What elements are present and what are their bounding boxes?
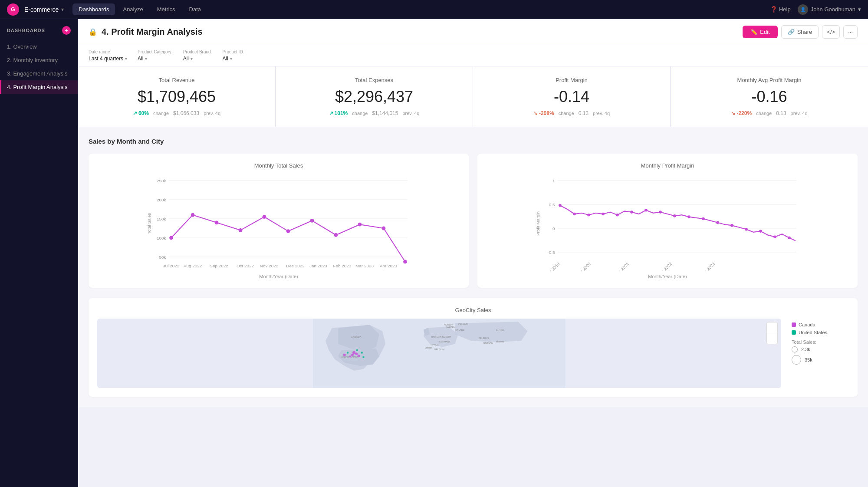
map-zoom-in[interactable]: + [767,322,777,333]
svg-text:Sep 2022: Sep 2022 [210,263,228,268]
kpi-monthly-avg-prev: 0.13 [776,110,786,116]
svg-point-21 [403,260,407,264]
nav-right: ❓ Help 👤 John Goodhuman ▾ [770,4,861,15]
kpi-profit-margin-prev: 0.13 [579,110,589,116]
legend-dot-canada [792,322,796,327]
filter-date-range[interactable]: Date range Last 4 quarters ▾ [89,49,127,62]
more-button[interactable]: ··· [843,25,858,39]
svg-text:Dec 2022: Dec 2022 [286,263,304,268]
sidebar-item-engagement[interactable]: 3. Engagement Analysis [0,67,78,80]
legend-total-sales-label: Total Sales: [792,339,845,345]
kpi-total-expenses-change-label: change [352,111,368,116]
share-button[interactable]: 🔗 Share [781,25,819,39]
app-name-arrow-icon: ▾ [61,7,64,13]
edit-icon: ✏️ [750,29,757,35]
sidebar-title: DASHBOARDS [7,28,45,33]
main-layout: DASHBOARDS + 1. Overview 2. Monthly Inve… [0,19,868,487]
total-circle-1 [792,346,798,352]
svg-point-17 [310,219,314,223]
help-link[interactable]: ❓ Help [770,6,791,13]
svg-text:FINLAND: FINLAND [455,329,464,331]
add-dashboard-button[interactable]: + [62,26,71,35]
svg-text:50k: 50k [159,255,166,260]
svg-point-81 [351,354,354,356]
arrow-up-icon-2: ↗ [329,110,333,116]
filter-category[interactable]: Product Category: All ▾ [138,49,173,62]
user-menu[interactable]: 👤 John Goodhuman ▾ [798,4,861,15]
kpi-profit-margin-change-label: change [559,111,574,116]
map-section: GeoCity Sales [78,298,868,407]
sales-x-axis-label: Month/Year (Date) [97,274,460,279]
monthly-sales-chart-container: 250k 200k 150k 100k 50k Total Sales [97,176,460,279]
kpi-total-revenue-meta: ↗ 60% change $1,066,033 prev. 4q [90,110,263,116]
svg-point-15 [263,215,266,219]
map-card: GeoCity Sales [89,298,858,397]
svg-text:0.5: 0.5 [549,202,555,207]
svg-point-12 [191,213,195,217]
total-sales-item-1: 2.3k [792,346,845,352]
nav-metrics[interactable]: Metrics [151,3,181,15]
svg-point-16 [286,229,290,233]
charts-section: Sales by Month and City Monthly Total Sa… [78,127,868,298]
svg-text:Oct 2022: Oct 2022 [237,263,254,268]
code-button[interactable]: </> [822,25,840,39]
svg-point-80 [355,353,358,355]
svg-point-51 [702,217,705,220]
kpi-profit-margin-meta: ↘ -208% change 0.13 prev. 4q [485,110,658,116]
filter-brand[interactable]: Product Brand: All ▾ [183,49,212,62]
kpi-total-revenue-prev-label: prev. 4q [204,111,220,116]
charts-row: Monthly Total Sales 250k 200k [89,154,858,288]
top-navigation: G E-commerce ▾ Dashboards Analyze Metric… [0,0,868,19]
kpi-total-revenue-change-label: change [153,111,169,116]
kpi-monthly-avg-change: ↘ -220% [731,110,752,116]
svg-point-14 [239,228,243,232]
page-title: 4. Profit Margin Analysis [102,27,203,37]
app-name: E-commerce [24,6,59,13]
kpi-total-expenses-meta: ↗ 101% change $1,144,015 prev. 4q [288,110,460,116]
share-icon: 🔗 [788,29,795,35]
svg-text:CANADA: CANADA [351,336,361,338]
edit-button[interactable]: ✏️ Edit [743,26,777,38]
nav-data[interactable]: Data [183,3,207,15]
page-title-row: 🔒 4. Profit Margin Analysis [89,27,203,37]
lock-icon: 🔒 [89,28,97,36]
kpi-monthly-avg-label: Monthly Avg Profit Margin [683,77,856,83]
svg-text:SWEDEN: SWEDEN [446,326,456,329]
svg-text:GERMANY: GERMANY [439,340,450,343]
map-zoom-out[interactable]: − [767,333,777,344]
sidebar-header: DASHBOARDS + [0,26,78,40]
sidebar-item-overview[interactable]: 1. Overview [0,40,78,53]
svg-text:1: 1 [552,178,555,183]
svg-text:Jan 2023: Jan 2023 [309,263,327,268]
sidebar-item-monthly-inventory[interactable]: 2. Monthly Inventory [0,53,78,67]
svg-text:RUSSIA: RUSSIA [496,329,505,332]
svg-text:Nov 2022: Nov 2022 [260,263,278,268]
svg-text:Apr 2020: Apr 2020 [576,261,592,271]
svg-text:Jul 2022: Jul 2022 [163,263,179,268]
svg-point-47 [644,209,648,212]
user-arrow-icon: ▾ [858,6,861,13]
svg-text:Mar 2023: Mar 2023 [355,263,374,268]
sidebar-item-profit-margin[interactable]: 4. Profit Margin Analysis [0,80,78,94]
svg-text:150k: 150k [157,217,166,221]
kpi-profit-margin: Profit Margin -0.14 ↘ -208% change 0.13 … [473,66,671,127]
svg-text:London: London [425,346,432,349]
kpi-total-revenue-value: $1,709,465 [90,88,263,106]
svg-text:FRANCE: FRANCE [430,343,439,346]
total-circle-2 [792,355,801,365]
content-area: 🔒 4. Profit Margin Analysis ✏️ Edit 🔗 Sh… [78,19,868,487]
nav-analyze[interactable]: Analyze [117,3,149,15]
svg-text:Aug 2022: Aug 2022 [184,263,202,268]
filter-product-id[interactable]: Product ID: All ▾ [222,49,244,62]
svg-point-19 [358,223,362,227]
svg-text:UNITED KINGDOM: UNITED KINGDOM [431,336,451,338]
avatar: 👤 [798,4,808,15]
svg-point-84 [347,352,349,353]
svg-text:0: 0 [552,226,555,231]
svg-point-53 [730,224,733,227]
nav-dashboards[interactable]: Dashboards [72,3,115,15]
svg-point-44 [602,213,605,216]
kpi-monthly-avg-prev-label: prev. 4q [791,111,808,116]
svg-point-46 [630,211,633,214]
legend-item-us: United States [792,330,845,335]
